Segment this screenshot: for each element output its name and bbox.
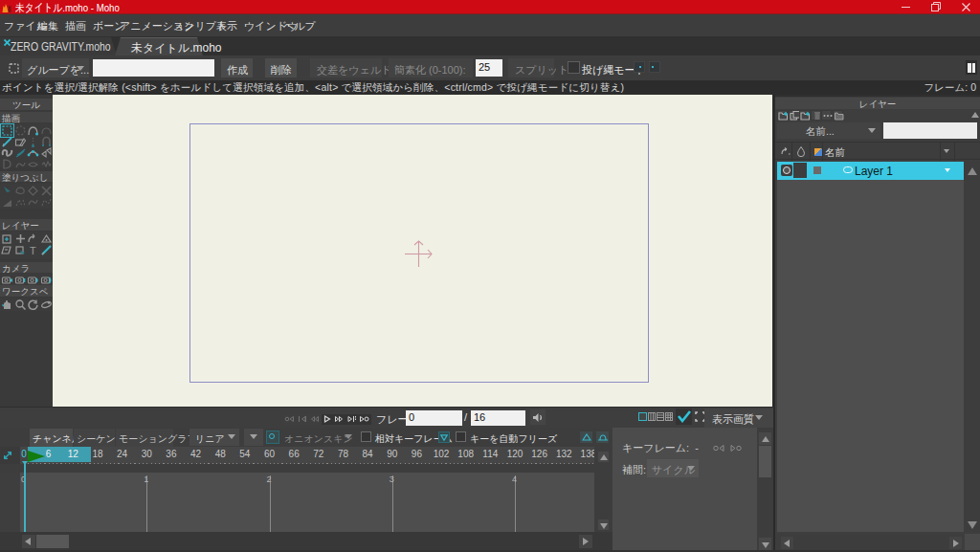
svg-text:T: T — [30, 244, 36, 255]
